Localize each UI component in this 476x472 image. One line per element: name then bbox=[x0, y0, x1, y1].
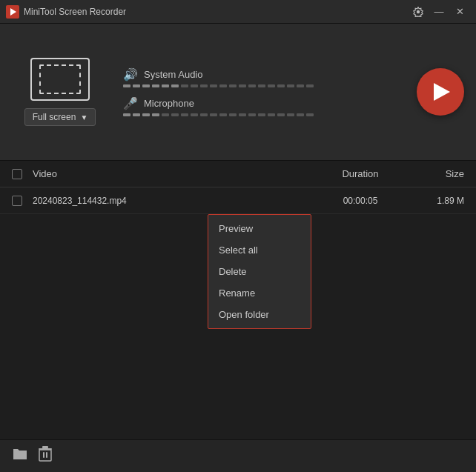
settings-button[interactable] bbox=[408, 4, 429, 20]
level-dot bbox=[229, 84, 237, 87]
open-folder-button[interactable] bbox=[12, 447, 28, 465]
level-dot bbox=[297, 113, 304, 116]
bottom-bar bbox=[0, 439, 476, 472]
level-dot bbox=[277, 113, 285, 116]
row-checkbox-col bbox=[12, 196, 33, 206]
play-icon bbox=[434, 83, 450, 101]
row-filename: 20240823_114432.mp4 bbox=[33, 196, 316, 206]
level-dot bbox=[239, 113, 246, 116]
level-dot bbox=[219, 84, 227, 87]
level-dot bbox=[210, 84, 217, 87]
speaker-icon: 🔊 bbox=[123, 67, 138, 82]
svg-rect-7 bbox=[42, 446, 48, 448]
delete-button[interactable] bbox=[39, 446, 52, 466]
svg-rect-5 bbox=[46, 452, 47, 458]
svg-rect-6 bbox=[39, 448, 52, 450]
title-bar: MiniTool Screen Recorder — ✕ bbox=[0, 0, 476, 24]
level-dot bbox=[200, 84, 208, 87]
level-dot bbox=[162, 84, 169, 87]
level-dot bbox=[239, 84, 246, 87]
select-all-checkbox[interactable] bbox=[12, 169, 22, 179]
level-dot bbox=[258, 113, 265, 116]
level-dot bbox=[297, 84, 304, 87]
level-dot bbox=[306, 113, 314, 116]
app-title: MiniTool Screen Recorder bbox=[24, 7, 408, 17]
close-button[interactable]: ✕ bbox=[449, 4, 470, 20]
level-dot bbox=[171, 84, 179, 87]
context-menu-delete[interactable]: Delete bbox=[208, 261, 311, 282]
dropdown-arrow-icon: ▼ bbox=[80, 113, 87, 122]
microphone-icon: 🎤 bbox=[123, 96, 138, 110]
level-dot bbox=[306, 84, 314, 87]
level-dot bbox=[210, 113, 217, 116]
level-dot bbox=[181, 84, 188, 87]
level-dot bbox=[152, 113, 159, 116]
header-checkbox-col bbox=[12, 169, 33, 179]
level-dot bbox=[268, 84, 275, 87]
level-dot bbox=[287, 84, 294, 87]
table-header: Video Duration Size bbox=[0, 161, 476, 187]
svg-rect-4 bbox=[43, 452, 44, 458]
level-dot bbox=[277, 84, 285, 87]
context-menu-select-all[interactable]: Select all bbox=[208, 239, 311, 261]
context-menu-preview[interactable]: Preview bbox=[208, 218, 311, 239]
level-dot bbox=[229, 113, 237, 116]
app-logo-icon bbox=[6, 5, 19, 19]
table-area: Video Duration Size 20240823_114432.mp4 … bbox=[0, 161, 476, 214]
level-dot bbox=[248, 113, 256, 116]
context-menu-rename[interactable]: Rename bbox=[208, 282, 311, 304]
level-dot bbox=[191, 113, 198, 116]
level-dot bbox=[123, 113, 130, 116]
level-dot bbox=[133, 84, 140, 87]
system-audio-label: System Audio bbox=[144, 69, 203, 80]
record-button[interactable] bbox=[417, 68, 464, 116]
row-size: 1.89 M bbox=[405, 196, 464, 206]
system-audio-row: 🔊 System Audio bbox=[123, 67, 402, 87]
minimize-button[interactable]: — bbox=[429, 4, 449, 20]
level-dot bbox=[142, 84, 150, 87]
level-dot bbox=[191, 84, 198, 87]
level-dot bbox=[142, 113, 150, 116]
context-menu: Preview Select all Delete Rename Open fo… bbox=[208, 214, 311, 329]
level-dot bbox=[219, 113, 227, 116]
level-dot bbox=[200, 113, 208, 116]
screen-selector: Full screen ▼ bbox=[12, 58, 108, 126]
fullscreen-label: Full screen bbox=[33, 112, 76, 122]
level-dot bbox=[287, 113, 294, 116]
header-video-col: Video bbox=[33, 168, 316, 179]
level-dot bbox=[152, 84, 159, 87]
audio-section: 🔊 System Audio bbox=[123, 67, 402, 116]
microphone-label: Microphone bbox=[144, 98, 194, 109]
level-dot bbox=[162, 113, 169, 116]
header-duration-col: Duration bbox=[316, 168, 405, 179]
svg-point-2 bbox=[417, 10, 420, 13]
system-audio-level-bar bbox=[123, 84, 402, 87]
table-body: 20240823_114432.mp4 00:00:05 1.89 M Prev… bbox=[0, 187, 476, 214]
level-dot bbox=[268, 113, 275, 116]
level-dot bbox=[171, 113, 179, 116]
level-dot bbox=[133, 113, 140, 116]
svg-rect-3 bbox=[39, 450, 51, 461]
level-dot bbox=[248, 84, 256, 87]
level-dot bbox=[181, 113, 188, 116]
screen-preview-icon bbox=[30, 58, 90, 101]
microphone-row: 🎤 Microphone bbox=[123, 96, 402, 116]
row-checkbox[interactable] bbox=[12, 196, 22, 206]
level-dot bbox=[258, 84, 265, 87]
context-menu-open-folder[interactable]: Open folder bbox=[208, 304, 311, 325]
top-panel: Full screen ▼ 🔊 System Audio bbox=[0, 24, 476, 161]
level-dot bbox=[123, 84, 130, 87]
header-size-col: Size bbox=[405, 168, 464, 179]
row-duration: 00:00:05 bbox=[316, 196, 405, 206]
table-row[interactable]: 20240823_114432.mp4 00:00:05 1.89 M bbox=[0, 187, 476, 214]
fullscreen-button[interactable]: Full screen ▼ bbox=[24, 108, 96, 126]
microphone-level-bar bbox=[123, 113, 402, 116]
